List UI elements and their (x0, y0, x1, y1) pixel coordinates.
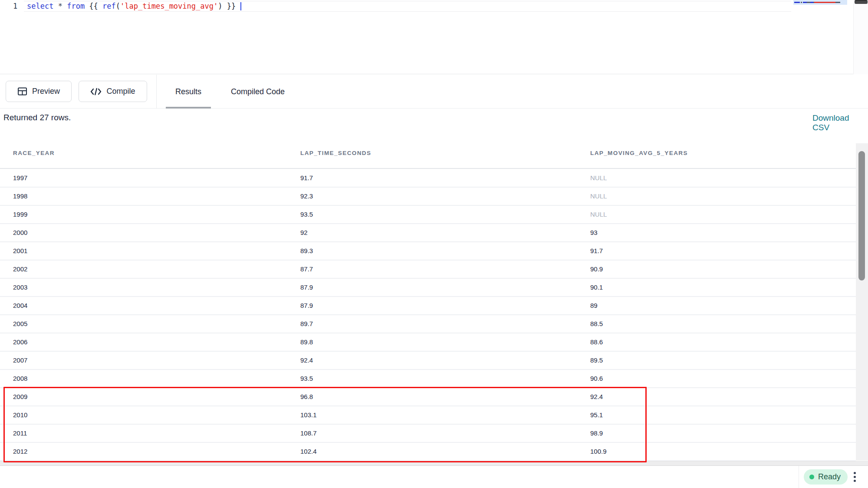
kebab-menu-icon[interactable] (850, 469, 859, 485)
table-cell: NULL (590, 188, 607, 205)
table-icon (17, 87, 27, 96)
table-cell: 96.8 (300, 388, 313, 406)
table-row: 2012102.4100.9 (0, 443, 856, 461)
editor-scrollbar-thumb[interactable] (855, 0, 868, 4)
results-tabs: Results Compiled Code (166, 75, 294, 109)
table-cell: 2009 (13, 388, 27, 406)
table-row: 200487.989 (0, 297, 856, 315)
code-text: select * from {{ ref('lap_times_moving_a… (27, 1, 241, 11)
table-row: 200893.590.6 (0, 370, 856, 388)
table-cell: 87.9 (300, 279, 313, 296)
table-cell: 2006 (13, 333, 27, 351)
table-row: 200689.888.6 (0, 333, 856, 352)
download-csv-link[interactable]: Download CSV (812, 113, 868, 132)
table-cell: 91.7 (590, 242, 603, 260)
table-row: 2010103.195.1 (0, 406, 856, 425)
table-cell: 102.4 (300, 443, 317, 460)
table-cell: 2000 (13, 224, 27, 241)
table-cell: 2010 (13, 406, 27, 424)
table-cell: 87.9 (300, 297, 313, 314)
table-body: 199791.7NULL199892.3NULL199993.5NULL2000… (0, 169, 856, 462)
table-row: 200189.391.7 (0, 242, 856, 260)
table-row: 200996.892.4 (0, 388, 856, 406)
ready-badge[interactable]: Ready (804, 469, 848, 485)
code-icon (90, 87, 102, 96)
table-cell: 93.5 (300, 206, 313, 223)
column-header-race-year: RACE_YEAR (13, 138, 55, 168)
table-cell: 95.1 (590, 406, 603, 424)
table-cell: 1997 (13, 169, 27, 187)
column-header-lap-time-seconds: LAP_TIME_SECONDS (300, 138, 371, 168)
code-editor[interactable]: 1 select * from {{ ref('lap_times_moving… (0, 0, 868, 74)
toolbar-divider (156, 75, 157, 109)
compile-label: Compile (106, 87, 135, 96)
ready-label: Ready (818, 472, 841, 481)
ready-dot-icon (809, 475, 814, 479)
tab-compiled-code-label: Compiled Code (231, 87, 285, 96)
toolbar: Preview Compile Results Compiled Code (0, 75, 868, 109)
table-cell: 1998 (13, 188, 27, 205)
table-cell: NULL (590, 169, 607, 187)
table-cell: 92 (300, 224, 308, 241)
table-cell: 92.4 (300, 352, 313, 369)
results-scrollbar-thumb[interactable] (858, 151, 865, 280)
table-cell: 103.1 (300, 406, 317, 424)
table-cell: 87.7 (300, 260, 313, 278)
table-cell: 88.6 (590, 333, 603, 351)
table-cell: 90.9 (590, 260, 603, 278)
code-line[interactable]: select * from {{ ref('lap_times_moving_a… (24, 1, 791, 12)
table-cell: 2003 (13, 279, 27, 296)
table-cell: 2002 (13, 260, 27, 278)
table-row: 200387.990.1 (0, 279, 856, 297)
table-cell: 2008 (13, 370, 27, 387)
text-cursor (240, 2, 241, 10)
table-header: RACE_YEAR LAP_TIME_SECONDS LAP_MOVING_AV… (0, 138, 856, 169)
returned-rows-text: Returned 27 rows. (3, 113, 71, 122)
table-cell: 2001 (13, 242, 27, 260)
table-cell: 90.6 (590, 370, 603, 387)
compile-button[interactable]: Compile (79, 81, 147, 102)
table-cell: 89 (590, 297, 598, 314)
table-cell: 2004 (13, 297, 27, 314)
table-cell: 2012 (13, 443, 27, 460)
status-divider (799, 466, 799, 488)
table-row: 200287.790.9 (0, 260, 856, 279)
tab-compiled-code[interactable]: Compiled Code (221, 75, 294, 109)
editor-minimap[interactable] (793, 0, 847, 5)
table-cell: 90.1 (590, 279, 603, 296)
table-cell: 2005 (13, 315, 27, 333)
minimap-code-line (794, 2, 840, 3)
line-number: 1 (13, 1, 17, 12)
tab-results-label: Results (175, 87, 201, 96)
table-cell: 108.7 (300, 425, 317, 442)
table-cell: 98.9 (590, 425, 603, 442)
table-cell: 100.9 (590, 443, 607, 460)
table-cell: 88.5 (590, 315, 603, 333)
table-row: 200792.489.5 (0, 352, 856, 370)
table-cell: 89.3 (300, 242, 313, 260)
table-cell: 92.4 (590, 388, 603, 406)
column-header-lap-moving-avg: LAP_MOVING_AVG_5_YEARS (590, 138, 688, 168)
table-cell: 91.7 (300, 169, 313, 187)
table-cell: 93.5 (300, 370, 313, 387)
table-row: 199791.7NULL (0, 169, 856, 188)
table-cell: 93 (590, 224, 598, 241)
table-cell: 92.3 (300, 188, 313, 205)
table-row: 20009293 (0, 224, 856, 242)
table-cell: 89.7 (300, 315, 313, 333)
horizontal-scrollbar[interactable] (0, 461, 868, 466)
results-scrollbar[interactable] (856, 143, 868, 461)
table-cell: 89.8 (300, 333, 313, 351)
status-bar: Ready (0, 466, 868, 488)
editor-scrollbar[interactable] (853, 0, 868, 74)
table-cell: 89.5 (590, 352, 603, 369)
table-row: 200589.788.5 (0, 315, 856, 333)
tab-results[interactable]: Results (166, 75, 211, 109)
preview-button[interactable]: Preview (6, 81, 72, 102)
table-cell: 2011 (13, 425, 27, 442)
preview-label: Preview (32, 87, 60, 96)
ide-screen: 1 select * from {{ ref('lap_times_moving… (0, 0, 868, 488)
table-row: 199892.3NULL (0, 188, 856, 206)
table-row: 2011108.798.9 (0, 425, 856, 443)
table-row: 199993.5NULL (0, 206, 856, 224)
